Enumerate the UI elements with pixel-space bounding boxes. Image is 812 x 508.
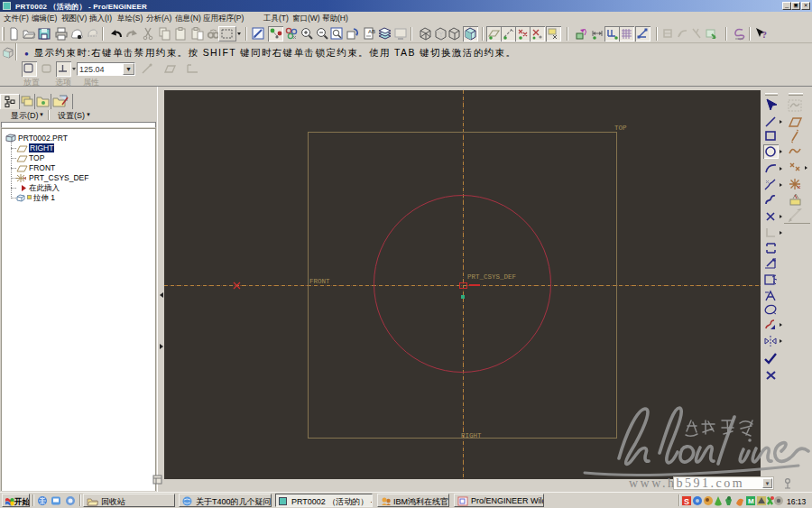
svg-text:?: ? bbox=[762, 29, 768, 40]
svg-text:AB: AB bbox=[368, 29, 375, 34]
svg-text:M: M bbox=[748, 497, 754, 505]
svg-text:S: S bbox=[684, 497, 689, 506]
